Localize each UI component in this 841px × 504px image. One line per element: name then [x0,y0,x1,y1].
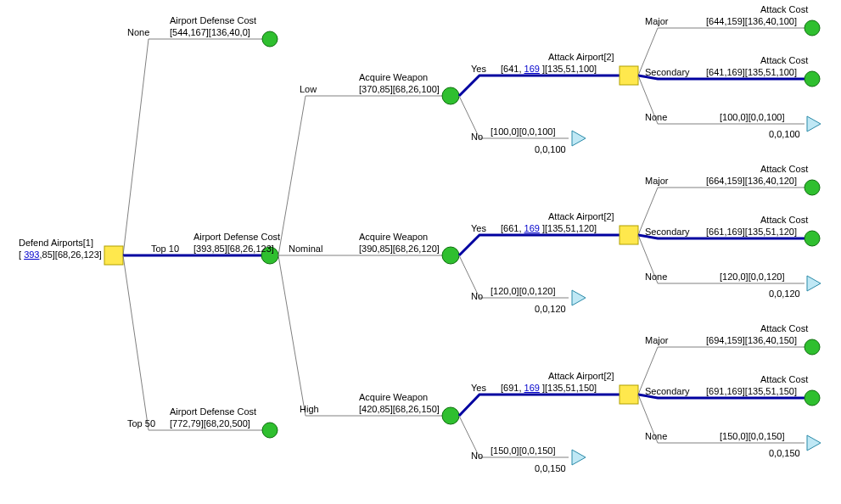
edge [638,188,805,235]
terminal-node-icon [805,339,820,355]
edge [459,255,569,298]
chance-node-icon [442,407,459,424]
edge-optimal [638,235,805,238]
terminal-node-icon [805,390,820,406]
terminal-node-icon [805,20,820,36]
terminal-triangle-icon [572,450,586,465]
chance-node-icon [261,247,278,264]
decision-node-icon [620,226,638,244]
edge [459,416,569,457]
edge [638,235,805,283]
tree-canvas [0,0,841,504]
edge [459,96,569,138]
edge-optimal [638,395,805,398]
decision-node-icon [620,385,638,404]
edge-optimal [638,76,805,79]
terminal-node-icon [805,180,820,195]
terminal-triangle-icon [807,276,821,291]
edge-optimal [459,395,620,416]
decision-node-icon [104,246,123,265]
terminal-node-icon [805,71,820,87]
chance-node-icon [442,247,459,264]
edge-optimal [459,235,620,255]
terminal-node-icon [805,231,820,246]
edge-optimal [459,76,620,96]
edge [278,96,443,255]
edge [123,39,262,255]
edge [638,347,805,395]
terminal-node-icon [262,31,278,47]
decision-node-icon [620,66,638,85]
terminal-triangle-icon [572,290,586,305]
edge [638,395,805,443]
edge [278,255,443,416]
terminal-triangle-icon [572,131,586,146]
terminal-triangle-icon [807,435,821,451]
terminal-node-icon [262,423,278,438]
edge [638,76,805,124]
edge [638,28,805,76]
edge [123,255,262,430]
chance-node-icon [442,87,459,104]
terminal-triangle-icon [807,116,821,132]
